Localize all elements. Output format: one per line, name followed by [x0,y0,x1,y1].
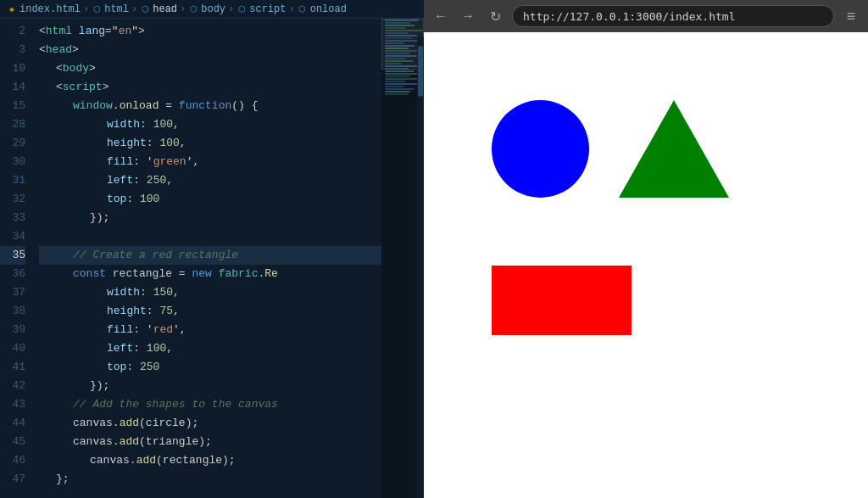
browser-panel: ← → ↻ http://127.0.0.1:3000/index.html ≡ [424,0,868,498]
breadcrumb-html: ⬡ html [92,3,129,15]
code-line-43: // Add the shapes to the canvas [39,395,381,414]
ln-3: 3 [0,41,25,59]
breadcrumb-file: ◈ index.html [7,3,81,15]
back-button[interactable]: ← [431,6,451,26]
code-line-31: left: 250, [39,171,381,190]
ln-47: 47 [0,470,25,489]
script-icon: ⬡ [236,4,247,14]
ln-15: 15 [0,97,25,115]
code-line-29: height: 100, [39,134,381,153]
code-line-36: const rectangle = new fabric.Re [39,265,381,283]
file-icon: ◈ [7,4,17,14]
body-icon: ⬡ [188,4,198,14]
ln-45: 45 [0,433,25,451]
code-line-41: top: 250 [39,358,381,377]
breadcrumb-script: ⬡ script [236,3,286,15]
shape-circle [492,100,589,198]
code-line-28: width: 100, [39,115,381,134]
code-line-45: canvas.add(triangle); [39,433,381,451]
ln-32: 32 [0,190,25,209]
shape-rectangle [492,266,632,335]
html-icon: ⬡ [92,4,102,14]
breadcrumb-onload: ⬡ onload [298,3,347,15]
code-line-14: <script> [39,78,381,97]
ln-33: 33 [0,209,25,227]
breadcrumb-head: ⬡ head [140,3,177,15]
scrollbar-thumb[interactable] [418,46,423,97]
ln-35: 35 [0,246,25,265]
code-line-34 [39,227,381,246]
ln-14: 14 [0,78,25,97]
ln-42: 42 [0,377,25,395]
code-line-15: window.onload = function() { [39,97,381,115]
forward-button[interactable]: → [458,6,478,26]
code-line-44: canvas.add(circle); [39,414,381,433]
ln-44: 44 [0,414,25,433]
ln-41: 41 [0,358,25,377]
line-numbers: 2 3 10 14 15 28 29 30 31 32 33 34 35 36 … [0,19,32,498]
code-line-42: }); [39,377,381,395]
ln-31: 31 [0,171,25,190]
breadcrumb-bar: ◈ index.html › ⬡ html › ⬡ head › ⬡ body … [0,0,424,19]
ln-30: 30 [0,153,25,171]
code-line-33: }); [39,209,381,227]
code-line-2: <html lang="en"> [39,22,381,41]
ln-34: 34 [0,227,25,246]
address-bar[interactable]: http://127.0.0.1:3000/index.html [512,5,834,27]
onload-icon: ⬡ [298,4,308,14]
ln-2: 2 [0,22,25,41]
code-line-37: width: 150, [39,283,381,302]
code-line-40: left: 100, [39,339,381,358]
editor-panel: ◈ index.html › ⬡ html › ⬡ head › ⬡ body … [0,0,424,498]
ln-46: 46 [0,451,25,470]
browser-menu-button[interactable]: ≡ [841,6,861,26]
browser-toolbar: ← → ↻ http://127.0.0.1:3000/index.html ≡ [424,0,868,32]
code-line-30: fill: 'green', [39,153,381,171]
breadcrumb-body: ⬡ body [188,3,225,15]
code-line-47: }; [39,470,381,489]
code-line-46: canvas.add(rectangle); [39,451,381,470]
shape-triangle [619,100,729,198]
ln-43: 43 [0,395,25,414]
refresh-button[interactable]: ↻ [485,6,505,26]
ln-10: 10 [0,59,25,78]
ln-28: 28 [0,115,25,134]
code-area[interactable]: 2 3 10 14 15 28 29 30 31 32 33 34 35 36 … [0,19,424,498]
ln-36: 36 [0,265,25,283]
code-line-39: fill: 'red', [39,321,381,339]
ln-39: 39 [0,321,25,339]
ln-37: 37 [0,283,25,302]
code-line-35: // Create a red rectangle [39,246,381,265]
ln-38: 38 [0,302,25,321]
head-icon: ⬡ [140,4,150,14]
editor-scrollbar[interactable] [417,37,424,498]
code-line-32: top: 100 [39,190,381,209]
ln-40: 40 [0,339,25,358]
browser-content [424,32,868,498]
code-line-38: height: 75, [39,302,381,321]
code-line-3: <head> [39,41,381,59]
code-content[interactable]: <html lang="en"> <head> <body> <script> … [32,19,381,498]
canvas-area [424,32,868,498]
code-line-10: <body> [39,59,381,78]
ln-29: 29 [0,134,25,153]
